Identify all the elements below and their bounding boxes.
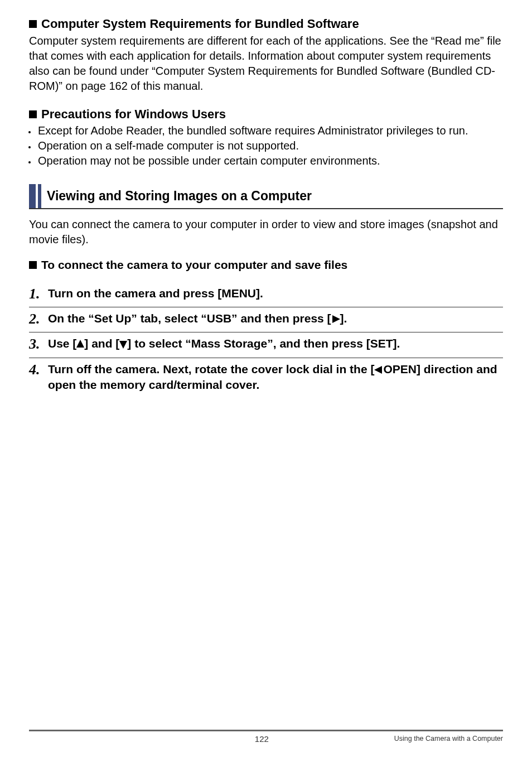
step-text: Turn on the camera and press [MENU]. xyxy=(48,286,263,301)
step-row: 4. Turn off the camera. Next, rotate the… xyxy=(29,358,503,399)
footer-chapter: Using the Camera with a Computer xyxy=(394,734,503,744)
svg-marker-3 xyxy=(374,366,382,374)
arrow-down-icon xyxy=(119,340,127,349)
step-row: 3. Use [] and [] to select “Mass Storage… xyxy=(29,332,503,357)
subhead-accent-bar xyxy=(29,184,36,208)
square-icon xyxy=(29,110,37,118)
heading-software-reqs: Computer System Requirements for Bundled… xyxy=(29,16,503,32)
precautions-list: Except for Adobe Reader, the bundled sof… xyxy=(29,123,503,168)
step-text: On the “Set Up” tab, select “USB” and th… xyxy=(48,311,347,326)
step-text: Turn off the camera. Next, rotate the co… xyxy=(48,361,503,393)
step-number: 1. xyxy=(29,286,48,301)
step-row: 2. On the “Set Up” tab, select “USB” and… xyxy=(29,307,503,332)
subhead-text: Viewing and Storing Images on a Computer xyxy=(47,184,312,208)
square-icon xyxy=(29,261,37,269)
step-text-part: ] and [ xyxy=(84,337,119,350)
arrow-up-icon xyxy=(76,340,84,349)
heading-connect: To connect the camera to your computer a… xyxy=(29,257,503,273)
footer-row: 122 Using the Camera with a Computer xyxy=(29,734,503,745)
arrow-left-icon xyxy=(374,366,383,374)
heading-text: Computer System Requirements for Bundled… xyxy=(41,17,359,31)
intro-text: You can connect the camera to your compu… xyxy=(29,217,503,247)
step-text-part: ] to select “Mass Storage”, and then pre… xyxy=(127,337,400,350)
heading-text: To connect the camera to your computer a… xyxy=(41,258,347,271)
step-number: 2. xyxy=(29,311,48,326)
list-item: Except for Adobe Reader, the bundled sof… xyxy=(37,123,503,138)
page-footer: 122 Using the Camera with a Computer xyxy=(0,730,532,745)
subhead-accent-bar xyxy=(38,184,41,208)
step-text-part: ]. xyxy=(340,312,347,325)
page-number: 122 xyxy=(129,734,394,745)
list-item: Operation may not be possible under cert… xyxy=(37,153,503,168)
subhead-viewing: Viewing and Storing Images on a Computer xyxy=(29,184,503,209)
heading-text: Precautions for Windows Users xyxy=(41,107,226,121)
step-text-part: Use [ xyxy=(48,337,76,350)
footer-divider xyxy=(29,730,503,731)
step-row: 1. Turn on the camera and press [MENU]. xyxy=(29,282,503,307)
step-text-part: On the “Set Up” tab, select “USB” and th… xyxy=(48,312,331,325)
step-text: Use [] and [] to select “Mass Storage”, … xyxy=(48,336,400,351)
svg-marker-0 xyxy=(332,315,340,323)
list-item: Operation on a self-made computer is not… xyxy=(37,138,503,153)
steps: 1. Turn on the camera and press [MENU]. … xyxy=(29,282,503,399)
svg-marker-2 xyxy=(119,341,127,349)
software-reqs-body: Computer system requirements are differe… xyxy=(29,33,503,94)
heading-precautions: Precautions for Windows Users xyxy=(29,106,503,123)
arrow-right-icon xyxy=(331,315,340,323)
square-icon xyxy=(29,20,37,28)
svg-marker-1 xyxy=(76,340,84,348)
page: Computer System Requirements for Bundled… xyxy=(0,0,532,757)
step-text-part: Turn off the camera. Next, rotate the co… xyxy=(48,363,374,375)
step-number: 3. xyxy=(29,336,48,351)
step-number: 4. xyxy=(29,361,48,377)
